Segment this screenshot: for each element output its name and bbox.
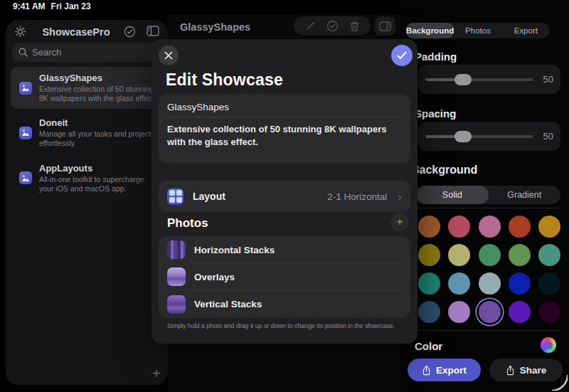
photo-row-label: Horizontal Stacks [194, 245, 275, 255]
close-button[interactable] [159, 46, 179, 65]
sidebar-list-item[interactable]: Doneit Manage all your tasks and project… [11, 112, 164, 154]
checkmark-icon [397, 51, 407, 60]
showcase-form-card: Extensive collection of 50 stunning 8K w… [159, 94, 410, 163]
status-time: 9:41 AM [13, 1, 46, 11]
showcase-list: GlassyShapes Extensive collection of 50 … [11, 67, 164, 199]
add-photo-button[interactable]: + [390, 213, 409, 231]
color-swatch[interactable] [448, 272, 470, 295]
color-swatch[interactable] [479, 301, 501, 323]
color-swatch[interactable] [448, 216, 470, 238]
color-swatch[interactable] [418, 301, 440, 323]
inspector-tab-photos[interactable]: Photos [454, 23, 501, 38]
inspector-tab-background[interactable]: Background [406, 23, 454, 38]
color-swatch-grid [418, 216, 560, 323]
confirm-button[interactable] [391, 45, 413, 66]
background-mode-toggle: SolidGradient [416, 186, 560, 204]
padding-slider[interactable] [425, 78, 533, 81]
spacing-label: Spacing [415, 107, 456, 120]
detail-title: GlassyShapes [180, 21, 250, 33]
search-input[interactable]: Search [12, 43, 161, 62]
showcase-description-input[interactable]: Extensive collection of 50 stunning 8K w… [167, 123, 403, 148]
sidebar-item-desc: Extensive collection of 50 stunning 8K w… [39, 85, 159, 103]
spacing-slider-card: 50 [418, 122, 560, 151]
photo-row[interactable]: Vertical Stacks [159, 291, 410, 318]
color-swatch[interactable] [448, 244, 470, 266]
screen-corner-arc [552, 375, 568, 391]
color-swatch[interactable] [538, 244, 560, 266]
segment-tab-label: Solid [442, 190, 462, 200]
padding-label: Padding [415, 51, 457, 63]
color-label: Color [415, 340, 442, 352]
color-swatch[interactable] [538, 216, 560, 238]
grid-layout-icon [167, 189, 184, 205]
sidebar-left-icon[interactable] [147, 26, 159, 36]
color-swatch[interactable] [509, 272, 531, 295]
photo-row-label: Overlays [194, 272, 235, 282]
photo-row[interactable]: Overlays [159, 263, 410, 290]
background-mode-solid[interactable]: Solid [416, 186, 489, 204]
photo-thumbnail [167, 240, 186, 259]
color-swatch[interactable] [509, 244, 531, 266]
showcase-name-input[interactable] [167, 100, 402, 114]
trash-icon[interactable] [349, 21, 360, 32]
sidebar: ShowcasePro Search GlassyShapes Extensiv… [6, 20, 168, 385]
color-swatch[interactable] [509, 216, 531, 238]
color-swatch[interactable] [418, 272, 440, 295]
photo-icon [19, 82, 32, 95]
spacing-slider[interactable] [425, 135, 533, 138]
segment-tab-label: Gradient [507, 190, 541, 200]
toggle-right-sidebar-button[interactable] [375, 16, 395, 36]
edit-showcase-modal: Edit Showcase Extensive collection of 50… [151, 39, 418, 344]
layout-label: Layout [193, 191, 318, 202]
sidebar-list-item[interactable]: AppLayouts All-in-one toolkit to superch… [11, 157, 164, 199]
photos-section-label: Photos [167, 216, 208, 231]
export-button[interactable]: Export [408, 359, 481, 381]
padding-slider-card: 50 [418, 65, 560, 94]
layout-row[interactable]: Layout 2-1 Horizontal › [159, 181, 410, 212]
color-swatch[interactable] [538, 272, 560, 295]
divider [416, 330, 560, 331]
add-showcase-button[interactable]: + [152, 366, 161, 381]
share-up-icon [422, 365, 431, 376]
color-swatch[interactable] [418, 216, 440, 238]
background-mode-gradient[interactable]: Gradient [489, 186, 561, 204]
search-icon [18, 48, 28, 57]
checkmark-circle-icon[interactable] [124, 26, 136, 38]
color-swatch[interactable] [479, 272, 501, 295]
segment-tab-label: Background [406, 26, 454, 35]
photo-row[interactable]: Horizontal Stacks [159, 236, 410, 263]
color-swatch[interactable] [479, 244, 501, 266]
color-swatch[interactable] [418, 244, 440, 266]
color-swatch[interactable] [448, 301, 470, 323]
chevron-right-icon: › [398, 191, 402, 203]
modal-title: Edit Showcase [166, 70, 283, 90]
spacing-value: 50 [543, 131, 553, 142]
color-swatch[interactable] [509, 301, 531, 323]
padding-slider-thumb[interactable] [454, 74, 472, 85]
inspector-panel: BackgroundPhotosExport Padding 50 Spacin… [400, 0, 569, 392]
photo-row-label: Vertical Stacks [194, 299, 262, 309]
background-section-label: Background [411, 164, 477, 176]
sidebar-item-desc: Manage all your tasks and projects effor… [39, 129, 159, 148]
divider [416, 208, 560, 208]
photo-icon [19, 171, 32, 184]
export-button-label: Export [436, 365, 467, 376]
sidebar-item-title: AppLayouts [39, 163, 159, 174]
sidebar-item-title: GlassyShapes [39, 73, 159, 83]
color-swatch[interactable] [479, 216, 501, 238]
photos-hint: Simply hold a photo and drag it up or do… [167, 322, 395, 329]
padding-value: 50 [543, 74, 553, 85]
color-wheel-picker[interactable] [541, 337, 556, 353]
inspector-tab-export[interactable]: Export [502, 23, 550, 38]
select-checkmark-circle-icon[interactable] [326, 20, 339, 32]
edit-pencil-icon[interactable] [304, 21, 316, 32]
sidebar-item-title: Doneit [39, 117, 159, 128]
spacing-slider-thumb[interactable] [454, 131, 472, 142]
app-screen: 9:41 AM Fri Jan 23 100% GlassyShapes Bac [0, 0, 569, 392]
divider [167, 117, 402, 117]
close-icon [164, 51, 173, 60]
photo-icon [19, 127, 32, 139]
sidebar-list-item[interactable]: GlassyShapes Extensive collection of 50 … [11, 67, 164, 109]
sidebar-header: ShowcasePro [6, 20, 168, 44]
color-swatch[interactable] [538, 301, 560, 323]
